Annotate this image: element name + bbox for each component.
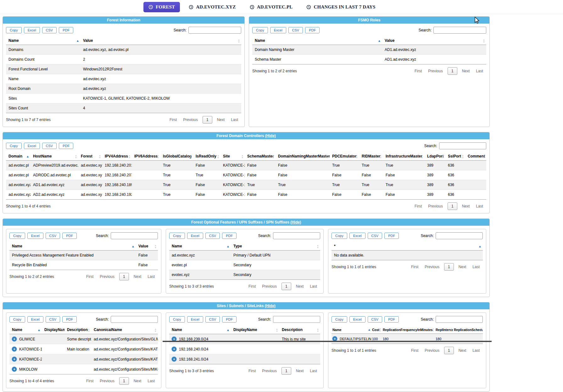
pagination-page[interactable]: 1 (119, 377, 129, 385)
excel-button[interactable]: Excel (270, 27, 286, 33)
excel-button[interactable]: Excel (27, 316, 43, 323)
column-header[interactable]: CanonicalName▲▼ (91, 326, 158, 334)
hide-link[interactable]: (Hide) (290, 220, 301, 224)
pagination-last[interactable]: Last (469, 347, 483, 354)
column-header[interactable]: Domain▲ (6, 152, 31, 161)
column-header[interactable]: Site▲▼ (220, 152, 245, 161)
column-header[interactable]: Name▲ (169, 242, 231, 251)
column-header[interactable]: HostName▲▼ (31, 152, 78, 161)
pagination-page[interactable]: 1 (203, 116, 212, 124)
tab-forest[interactable]: FOREST (143, 2, 180, 12)
search-input[interactable] (433, 27, 486, 34)
hide-link[interactable]: (Hide) (265, 134, 276, 138)
copy-button[interactable]: Copy (169, 233, 185, 239)
pagination-next[interactable]: Next (214, 116, 228, 123)
pagination-first[interactable]: First (166, 116, 180, 123)
pagination-next[interactable]: Next (293, 283, 307, 290)
pagination-last[interactable]: Last (473, 68, 486, 75)
pagination-next[interactable]: Next (455, 263, 470, 270)
expand-row-icon[interactable]: + (12, 347, 17, 351)
excel-button[interactable]: Excel (187, 316, 203, 323)
search-input[interactable] (436, 316, 483, 323)
column-header[interactable]: DisplayName▲▼ (231, 326, 279, 334)
column-header[interactable]: Type▲▼ (231, 242, 320, 251)
pdf-button[interactable]: PDF (222, 316, 237, 323)
column-header[interactable]: Name▲ (169, 326, 231, 334)
csv-button[interactable]: CSV (205, 316, 220, 323)
pagination-last[interactable]: Last (228, 116, 241, 123)
column-header[interactable]: ReplInterval▲▼ (435, 326, 453, 334)
column-header[interactable]: Name▲ (9, 242, 136, 251)
search-input[interactable] (111, 316, 158, 323)
pagination-page[interactable]: 1 (119, 273, 129, 280)
copy-button[interactable]: Copy (6, 143, 22, 149)
pagination-next[interactable]: Next (293, 367, 307, 374)
expand-row-icon[interactable]: + (12, 357, 17, 362)
excel-button[interactable]: Excel (349, 316, 365, 323)
pagination-page[interactable]: 1 (282, 283, 291, 290)
csv-button[interactable]: CSV (368, 316, 382, 323)
pagination-previous[interactable]: Previous (425, 68, 446, 75)
pagination-first[interactable]: First (245, 367, 259, 374)
column-header[interactable]: SchemaMaster▲▼ (245, 152, 276, 161)
tab-ad-evotec-pl[interactable]: AD.EVOTEC.PL (245, 2, 298, 12)
pagination-previous[interactable]: Previous (421, 347, 443, 354)
column-header[interactable]: IPV6Address▲▼ (132, 152, 160, 161)
pdf-button[interactable]: PDF (59, 27, 73, 33)
pagination-first[interactable]: First (408, 347, 421, 354)
copy-button[interactable]: Copy (332, 316, 347, 323)
pdf-button[interactable]: PDF (59, 143, 73, 149)
expand-row-icon[interactable]: + (172, 347, 176, 351)
column-header[interactable]: Value▲▼ (136, 242, 158, 251)
copy-button[interactable]: Copy (9, 316, 25, 323)
pagination-page[interactable]: 1 (444, 347, 454, 354)
pagination-last[interactable]: Last (144, 378, 158, 384)
pagination-previous[interactable]: Previous (180, 116, 201, 123)
column-header[interactable]: ReplicationSchedule▲▼ (453, 326, 483, 334)
pagination-previous[interactable]: Previous (421, 263, 443, 270)
pagination-last[interactable]: Last (307, 283, 320, 290)
pagination-first[interactable]: First (408, 263, 421, 270)
column-header[interactable]: PDCEmulator▲▼ (330, 152, 359, 161)
csv-button[interactable]: CSV (205, 233, 220, 239)
pagination-first[interactable]: First (83, 378, 97, 384)
column-header[interactable]: Comment▲▼ (465, 152, 486, 161)
pagination-page[interactable]: 1 (444, 263, 454, 271)
pdf-button[interactable]: PDF (384, 316, 399, 323)
search-input[interactable] (273, 232, 320, 239)
column-header[interactable]: Cost▲▼ (371, 326, 382, 334)
column-header[interactable]: DomainNamingMasterMaster▲▼ (276, 152, 330, 161)
column-header[interactable]: *▲ (332, 242, 483, 251)
excel-button[interactable]: Excel (349, 233, 365, 239)
pagination-previous[interactable]: Previous (97, 378, 118, 384)
pagination-first[interactable]: First (245, 283, 259, 290)
column-header[interactable]: IsGlobalCatalog▲▼ (160, 152, 193, 161)
column-header[interactable]: IPV4Address▲▼ (102, 152, 132, 161)
pagination-last[interactable]: Last (473, 203, 486, 210)
column-header[interactable]: ReplicationFrequencyInMinutes▲▼ (382, 326, 435, 334)
column-header[interactable]: Value▲▼ (81, 37, 241, 45)
csv-button[interactable]: CSV (46, 316, 60, 323)
copy-button[interactable]: Copy (169, 316, 185, 323)
expand-row-icon[interactable]: + (172, 357, 176, 362)
search-input[interactable] (439, 142, 486, 149)
pdf-button[interactable]: PDF (62, 316, 77, 323)
csv-button[interactable]: CSV (42, 27, 57, 33)
column-header[interactable]: IsReadOnly▲▼ (193, 152, 220, 161)
pagination-last[interactable]: Last (144, 273, 158, 280)
pagination-previous[interactable]: Previous (97, 273, 118, 280)
pagination-previous[interactable]: Previous (259, 367, 280, 374)
column-header[interactable]: LdapPort▲▼ (425, 152, 445, 161)
copy-button[interactable]: Copy (252, 27, 268, 33)
column-header[interactable]: RIDMaster▲▼ (359, 152, 383, 161)
search-input[interactable] (273, 316, 320, 323)
column-header[interactable]: Description▲▼ (279, 326, 320, 334)
column-header[interactable]: SslPort▲▼ (445, 152, 465, 161)
hide-link[interactable]: (Hide) (265, 304, 276, 308)
pagination-next[interactable]: Next (459, 68, 473, 75)
pagination-page[interactable]: 1 (282, 367, 291, 375)
pagination-first[interactable]: First (83, 273, 97, 280)
pagination-next[interactable]: Next (455, 347, 470, 354)
pdf-button[interactable]: PDF (222, 233, 237, 239)
copy-button[interactable]: Copy (332, 233, 347, 239)
